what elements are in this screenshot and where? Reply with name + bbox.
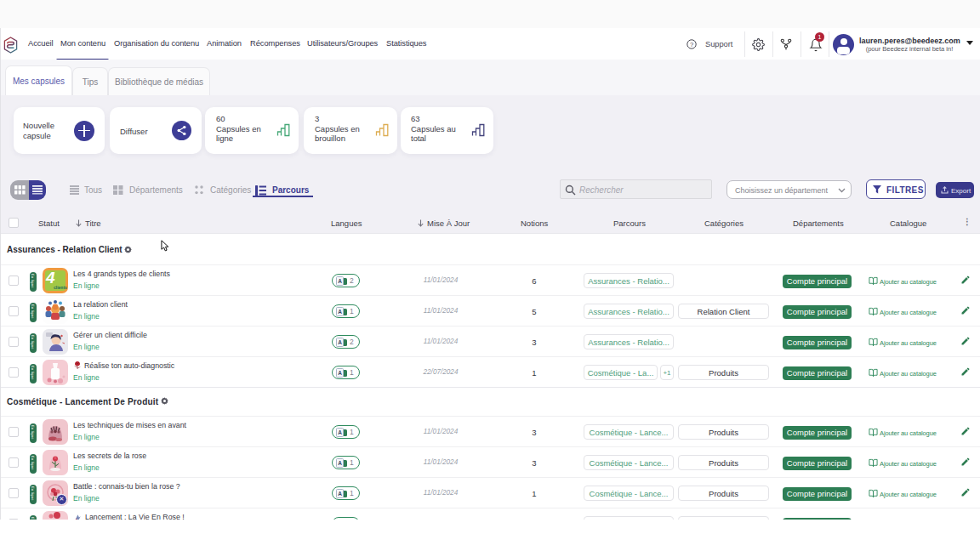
svg-text:?: ? [690, 41, 693, 48]
